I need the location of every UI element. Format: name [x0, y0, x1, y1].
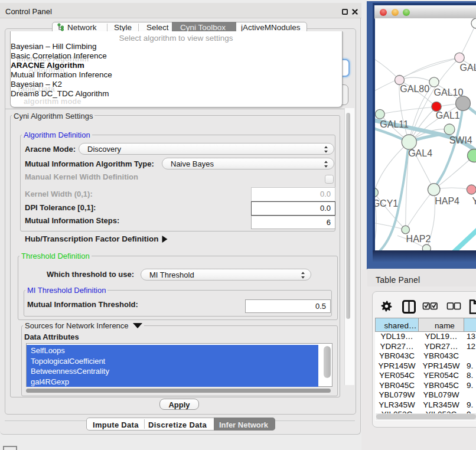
- svg-text:Y: Y: [472, 196, 476, 206]
- svg-text:GAL10: GAL10: [434, 87, 464, 97]
- svg-text:GAL11: GAL11: [380, 119, 409, 129]
- svg-text:HAP4: HAP4: [435, 196, 459, 206]
- svg-text:HAP2: HAP2: [406, 234, 431, 244]
- svg-text:GAL80: GAL80: [400, 84, 429, 94]
- svg-text:GAL1: GAL1: [436, 110, 460, 120]
- svg-text:GAL4: GAL4: [408, 148, 432, 158]
- svg-text:GAL: GAL: [460, 63, 476, 73]
- svg-text:SWI4: SWI4: [449, 135, 472, 145]
- svg-text:GCY1: GCY1: [375, 198, 398, 208]
